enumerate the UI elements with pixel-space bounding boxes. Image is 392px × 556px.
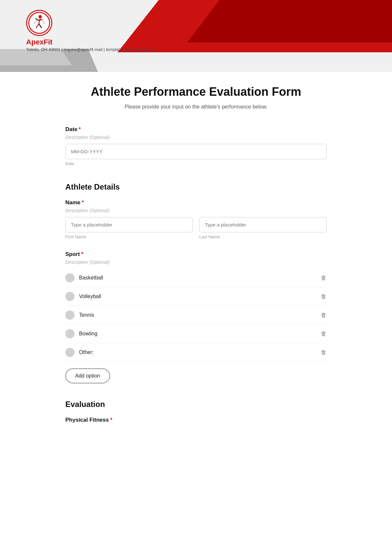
physical-fitness-label: Physical Fitness* xyxy=(65,417,327,423)
date-hint: Date xyxy=(65,161,327,166)
radio-label-other: Other: xyxy=(79,349,93,355)
svg-point-1 xyxy=(39,15,42,18)
radio-circle-other[interactable] xyxy=(65,348,74,357)
delete-volleyball-icon[interactable]: 🗑 xyxy=(321,293,327,300)
radio-label-tennis: Tennis xyxy=(79,312,94,318)
radio-label-basketball: Basketball xyxy=(79,275,103,281)
sport-option-basketball: Basketball 🗑 xyxy=(65,269,327,287)
last-name-wrap: Last Name xyxy=(199,217,327,239)
radio-label-volleyball: Volleyball xyxy=(79,294,101,299)
first-name-hint: First Name xyxy=(65,234,193,239)
add-option-label: Add option xyxy=(75,373,100,379)
name-field-group: Name* Description (Optional) First Name … xyxy=(65,199,327,239)
sport-field-group: Sport* Description (Optional) Basketball… xyxy=(65,251,327,383)
first-name-input[interactable] xyxy=(65,217,193,232)
delete-tennis-icon[interactable]: 🗑 xyxy=(321,312,327,319)
logo-area: ApexFit Toledo, OH 43601 | inquire@apexf… xyxy=(26,10,156,52)
radio-circle-tennis[interactable] xyxy=(65,311,74,320)
radio-circle-basketball[interactable] xyxy=(65,273,74,282)
date-label: Date* xyxy=(65,126,327,133)
logo-svg xyxy=(28,11,51,34)
main-content: Athlete Performance Evaluation Form Plea… xyxy=(46,72,346,449)
delete-other-icon[interactable]: 🗑 xyxy=(321,349,327,356)
sport-description: Description (Optional) xyxy=(65,260,327,265)
sport-option-volleyball: Volleyball 🗑 xyxy=(65,287,327,306)
delete-basketball-icon[interactable]: 🗑 xyxy=(321,275,327,281)
form-title: Athlete Performance Evaluation Form xyxy=(65,85,327,99)
name-label: Name* xyxy=(65,199,327,206)
page-header: ApexFit Toledo, OH 43601 | inquire@apexf… xyxy=(0,0,392,72)
sport-option-tennis: Tennis 🗑 xyxy=(65,306,327,325)
radio-circle-bowling[interactable] xyxy=(65,329,74,338)
name-description: Description (Optional) xyxy=(65,208,327,213)
name-required-star: * xyxy=(82,199,84,206)
date-input[interactable] xyxy=(65,144,327,159)
logo-name: ApexFit xyxy=(26,38,53,46)
sport-label: Sport* xyxy=(65,251,327,258)
logo-contact: Toledo, OH 43601 | inquire@apexfit.mail … xyxy=(26,47,156,52)
date-field-group: Date* Description (Optional) Date xyxy=(65,126,327,166)
last-name-input[interactable] xyxy=(199,217,327,232)
date-required-star: * xyxy=(79,126,81,132)
add-option-button[interactable]: Add option xyxy=(65,368,110,383)
name-inputs-row: First Name Last Name xyxy=(65,217,327,239)
sport-radio-options: Basketball 🗑 Volleyball 🗑 Tenn xyxy=(65,269,327,362)
delete-bowling-icon[interactable]: 🗑 xyxy=(321,330,327,337)
physical-fitness-required-star: * xyxy=(110,417,112,423)
first-name-wrap: First Name xyxy=(65,217,193,239)
evaluation-title: Evaluation xyxy=(65,400,327,409)
date-description: Description (Optional) xyxy=(65,135,327,140)
sport-required-star: * xyxy=(81,251,83,257)
evaluation-section: Evaluation Physical Fitness* xyxy=(65,400,327,423)
sport-option-other: Other: 🗑 xyxy=(65,343,327,362)
logo-circle xyxy=(26,10,52,36)
radio-label-bowling: Bowling xyxy=(79,331,97,337)
athlete-details-section: Athlete Details Name* Description (Optio… xyxy=(65,182,327,383)
sport-option-bowling: Bowling 🗑 xyxy=(65,325,327,343)
form-subtitle: Please provide your input on the athlete… xyxy=(65,104,327,110)
last-name-hint: Last Name xyxy=(199,234,327,239)
athlete-details-title: Athlete Details xyxy=(65,182,327,192)
radio-circle-volleyball[interactable] xyxy=(65,292,74,301)
